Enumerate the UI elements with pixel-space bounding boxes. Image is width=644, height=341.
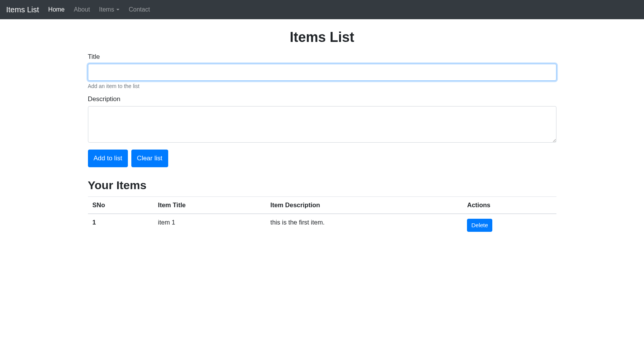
cell-sno: 1 bbox=[88, 214, 154, 237]
navbar: Items List Home About Items Contact bbox=[0, 0, 644, 19]
delete-button[interactable]: Delete bbox=[467, 219, 492, 232]
nav-link-contact[interactable]: Contact bbox=[126, 3, 153, 16]
clear-list-button[interactable]: Clear list bbox=[131, 150, 168, 167]
items-table: SNo Item Title Item Description Actions … bbox=[88, 196, 556, 237]
cell-title: item 1 bbox=[153, 214, 266, 237]
navbar-nav: Home About Items Contact bbox=[45, 3, 156, 16]
column-title: Item Title bbox=[153, 196, 266, 214]
cell-description: this is the first item. bbox=[266, 214, 462, 237]
title-label: Title bbox=[88, 53, 556, 61]
nav-link-items-label: Items bbox=[99, 6, 114, 13]
description-textarea[interactable] bbox=[88, 106, 556, 143]
title-form-group: Title Add an item to the list bbox=[88, 53, 556, 89]
nav-link-items[interactable]: Items bbox=[96, 3, 123, 16]
title-help-text: Add an item to the list bbox=[88, 83, 556, 89]
column-sno: SNo bbox=[88, 196, 154, 214]
main-container: Items List Title Add an item to the list… bbox=[82, 29, 562, 236]
chevron-down-icon bbox=[116, 9, 119, 10]
table-row: 1item 1this is the first item.Delete bbox=[88, 214, 556, 237]
form-buttons: Add to list Clear list bbox=[88, 150, 556, 167]
column-actions: Actions bbox=[462, 196, 556, 214]
add-to-list-button[interactable]: Add to list bbox=[88, 150, 128, 167]
column-description: Item Description bbox=[266, 196, 462, 214]
navbar-brand[interactable]: Items List bbox=[6, 5, 39, 14]
nav-link-about[interactable]: About bbox=[71, 3, 93, 16]
cell-actions: Delete bbox=[462, 214, 556, 237]
your-items-heading: Your Items bbox=[88, 179, 556, 192]
title-input[interactable] bbox=[88, 64, 556, 81]
table-header-row: SNo Item Title Item Description Actions bbox=[88, 196, 556, 214]
description-form-group: Description bbox=[88, 95, 556, 143]
description-label: Description bbox=[88, 95, 556, 103]
nav-link-home[interactable]: Home bbox=[45, 3, 68, 16]
page-title: Items List bbox=[88, 29, 556, 45]
